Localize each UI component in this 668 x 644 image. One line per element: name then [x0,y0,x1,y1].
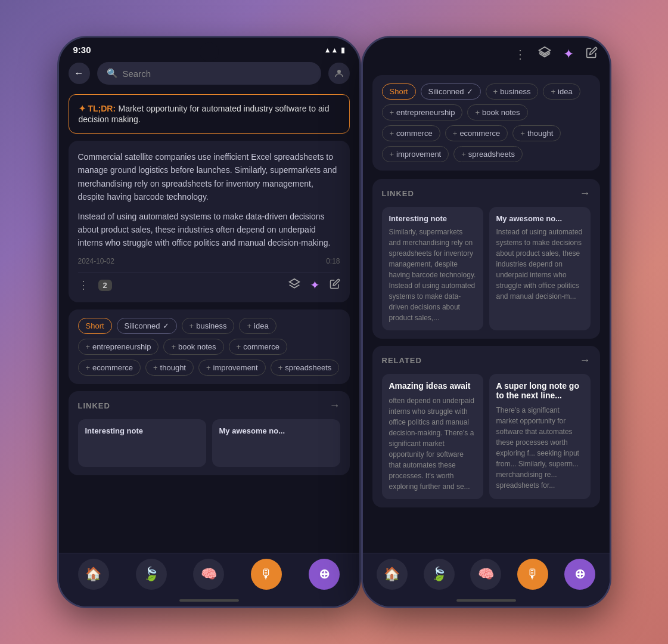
note-paragraph-2: Instead of using automated systems to ma… [78,210,340,250]
back-button[interactable]: ← [69,63,90,84]
linked-card-1[interactable]: Interesting note [78,419,206,467]
p2-related-cards-row: Amazing ideas await often depend on unde… [382,374,591,499]
linked-card-2[interactable]: My awesome no... [212,419,340,467]
profile-button[interactable] [328,63,350,84]
search-icon: 🔍 [107,68,118,79]
p2-home-indicator [456,599,516,602]
p2-nav-brain-button[interactable]: 🧠 [470,559,501,590]
tag-ecommerce[interactable]: + ecommerce [78,360,141,376]
edit-button[interactable] [330,278,340,292]
linked-header: LINKED → [78,400,340,412]
note-actions: ⋮ 2 ✦ [78,273,340,293]
linked-title: LINKED [78,401,110,410]
p2-check-icon: ✓ [467,87,473,96]
p2-toolbar: ⋮ ✦ [363,38,610,70]
tags-section: Short Siliconned ✓ + business + idea [69,309,350,384]
ai-sparkle-button[interactable]: ✦ [310,278,320,292]
p2-linked-card-2[interactable]: My awesome no... Instead of using automa… [489,207,591,330]
time: 9:30 [73,45,91,55]
tags-wrap: Short Siliconned ✓ + business + idea [78,318,340,376]
p2-tags-wrap: Short Siliconned ✓ + business + idea [382,83,591,162]
home-indicator [179,599,239,602]
p2-related-card-2[interactable]: A super long note go to the next line...… [489,374,591,499]
linked-arrow[interactable]: → [330,400,340,412]
nav-plus-button[interactable]: ⊕ [309,559,340,590]
p2-bottom-nav: 🏠 🍃 🧠 🎙 ⊕ [363,553,610,606]
note-body: Commercial satellite companies use ineff… [78,150,340,250]
layers-button[interactable] [288,278,300,293]
tldr-text: Market opportunity for automated industr… [79,104,330,124]
note-duration: 0:18 [326,257,340,265]
p2-related-card-1-title: Amazing ideas await [389,381,476,391]
note-paragraph-1: Commercial satellite companies use ineff… [78,150,340,204]
p2-related-card-2-text: There's a significant market opportunity… [496,405,583,491]
p2-tag-improvement[interactable]: + improvement [382,146,449,162]
svg-point-0 [337,70,341,73]
p2-tag-book-notes[interactable]: + book notes [467,104,527,120]
content-area[interactable]: ✦ TL;DR: Market opportunity for automate… [59,89,359,606]
note-meta: 2024-10-02 0:18 [78,257,340,265]
p2-linked-arrow[interactable]: → [580,187,591,200]
p2-related-card-1-text: often depend on underpaid interns who st… [389,395,476,492]
tldr-label: ✦ TL;DR: [79,104,116,113]
p2-linked-card-2-title: My awesome no... [496,214,583,223]
tag-thought[interactable]: + thought [145,360,194,376]
signal-icon: ▲▲ [324,46,338,54]
linked-card-2-title: My awesome no... [219,426,333,435]
nav-brain-button[interactable]: 🧠 [193,559,224,590]
p2-content-area[interactable]: Short Siliconned ✓ + business + idea [363,70,610,606]
p2-tag-commerce[interactable]: + commerce [382,125,440,141]
p2-tag-business[interactable]: + business [486,83,539,100]
tag-entrepreneurship[interactable]: + entrepreneurship [78,339,159,355]
p2-linked-cards-row: Interesting note Similarly, supermarkets… [382,207,591,330]
p2-linked-section: LINKED → Interesting note Similarly, sup… [372,179,600,339]
note-card: Commercial satellite companies use ineff… [69,141,350,302]
p2-related-card-1[interactable]: Amazing ideas await often depend on unde… [382,374,483,499]
bottom-nav: 🏠 🍃 🧠 🎙 ⊕ [59,553,359,606]
p2-linked-card-1-title: Interesting note [389,214,476,223]
tag-improvement[interactable]: + improvement [198,360,266,376]
p2-nav-leaf-button[interactable]: 🍃 [424,559,455,590]
search-input-wrap[interactable]: 🔍 Search [97,62,321,85]
p2-tags-section: Short Siliconned ✓ + business + idea [372,75,600,171]
tag-spreadsheets[interactable]: + spreadsheets [271,360,340,376]
p2-linked-card-1[interactable]: Interesting note Similarly, supermarkets… [382,207,483,330]
linked-section: LINKED → Interesting note My awesome no.… [69,391,350,475]
svg-marker-1 [289,278,299,284]
p2-tag-short[interactable]: Short [382,83,416,100]
p2-tag-siliconned[interactable]: Siliconned ✓ [421,83,481,100]
check-icon: ✓ [163,321,169,330]
p2-tag-ecommerce[interactable]: + ecommerce [445,125,508,141]
p2-linked-title: LINKED [382,189,414,198]
status-bar: 9:30 ▲▲ ▮ [59,38,359,57]
status-icons: ▲▲ ▮ [324,46,345,54]
p2-nav-plus-button[interactable]: ⊕ [564,559,595,590]
nav-leaf-button[interactable]: 🍃 [136,559,167,590]
tag-short[interactable]: Short [78,318,112,334]
p2-tag-idea[interactable]: + idea [543,83,580,100]
p2-related-card-2-title: A super long note go to the next line... [496,381,583,400]
p2-tag-thought[interactable]: + thought [512,125,561,141]
p2-related-section: RELATED → Amazing ideas await often depe… [372,346,600,507]
tag-book-notes[interactable]: + book notes [163,339,223,355]
p2-related-arrow[interactable]: → [580,354,591,367]
count-badge[interactable]: 2 [98,280,112,291]
tag-siliconned[interactable]: Siliconned ✓ [117,318,177,334]
p2-nav-home-button[interactable]: 🏠 [377,559,408,590]
p2-more-button[interactable]: ⋮ [514,47,526,61]
nav-home-button[interactable]: 🏠 [78,559,109,590]
p2-nav-mic-button[interactable]: 🎙 [517,559,548,590]
notch [200,42,219,61]
p2-layers-button[interactable] [538,46,551,62]
p2-tag-spreadsheets[interactable]: + spreadsheets [453,146,523,162]
p2-edit-button[interactable] [586,47,598,61]
more-options-button[interactable]: ⋮ [78,278,89,292]
tag-business[interactable]: + business [182,318,235,334]
p2-tag-entrepreneurship[interactable]: + entrepreneurship [382,104,463,120]
tag-commerce[interactable]: + commerce [229,339,287,355]
p2-ai-button[interactable]: ✦ [563,47,574,62]
tag-idea[interactable]: + idea [239,318,276,334]
nav-mic-button[interactable]: 🎙 [251,559,282,590]
note-date: 2024-10-02 [78,257,114,265]
linked-card-1-title: Interesting note [85,426,199,435]
